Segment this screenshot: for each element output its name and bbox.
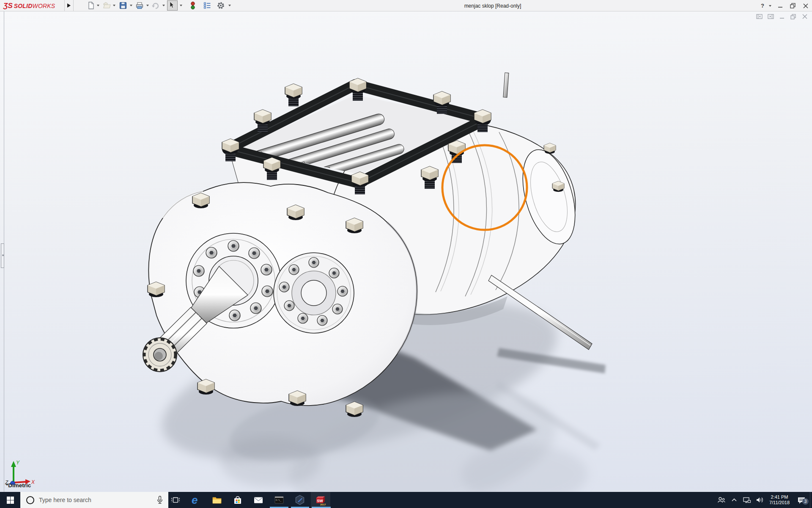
window-title: menjac sklop [Read-only] (431, 0, 554, 11)
running-indicator-hexagon (291, 507, 309, 508)
task-view-button[interactable] (166, 492, 185, 508)
volume-button[interactable] (753, 492, 766, 508)
running-indicator-solidworks (312, 507, 331, 508)
graphics-viewport[interactable]: Y X Z *Dimetric (0, 11, 812, 492)
taskbar-item-solidworks[interactable]: SW 2017 (311, 492, 330, 508)
taskbar-item-command-prompt[interactable]: C:\_ (269, 492, 289, 508)
print-dropdown-caret[interactable] (146, 5, 149, 6)
close-icon (803, 3, 808, 8)
brand-works: WORKS (33, 3, 55, 9)
people-icon (717, 495, 726, 505)
view-orientation-label: *Dimetric (6, 482, 31, 489)
undo-icon[interactable] (151, 1, 160, 10)
new-document-icon[interactable] (87, 1, 95, 10)
print-icon[interactable] (135, 1, 144, 10)
gearbox-3d-model[interactable] (0, 11, 812, 492)
dowel-pin (503, 73, 509, 97)
clock-date: 7/11/2018 (766, 500, 793, 505)
orientation-triad: Y X Z (3, 447, 45, 485)
store-icon (232, 494, 244, 506)
output-flange (274, 253, 354, 333)
chevron-up-icon (730, 496, 738, 504)
select-arrow-icon (167, 1, 176, 9)
ds-logo-icon: ƷS (3, 2, 13, 10)
taskbar: e C:\_ (0, 492, 812, 508)
taskbar-item-mail[interactable] (249, 492, 268, 508)
new-dropdown-caret[interactable] (97, 5, 99, 6)
mail-icon (252, 494, 264, 506)
start-button[interactable] (0, 492, 20, 508)
help-dropdown-caret[interactable] (769, 5, 771, 7)
select-tool-button[interactable] (167, 0, 178, 11)
hidden-icons-button[interactable] (728, 492, 741, 508)
edge-icon: e (192, 494, 198, 506)
sw-year: 2017 (320, 503, 326, 506)
speaker-icon (755, 495, 764, 505)
select-dropdown-caret[interactable] (180, 5, 182, 6)
taskbar-search[interactable] (20, 492, 168, 508)
clock-time: 2:41 PM (766, 494, 793, 500)
titlebar: ƷS SOLID WORKS (0, 0, 812, 11)
brand-solid: SOLID (14, 3, 33, 9)
minimize-icon (778, 3, 783, 8)
network-icon (742, 495, 752, 505)
microphone-icon[interactable] (156, 496, 163, 504)
people-button[interactable] (715, 492, 728, 508)
action-center-button[interactable]: 3 (793, 492, 810, 508)
windows-logo-icon (7, 497, 14, 504)
sw-letters: SW (317, 499, 323, 503)
undo-dropdown-caret[interactable] (162, 5, 165, 6)
taskbar-item-hexagon-app[interactable] (290, 492, 310, 508)
solidworks-logo: ƷS SOLID WORKS (3, 0, 55, 11)
options-gear-icon[interactable] (217, 1, 225, 10)
system-tray: 2:41 PM 7/11/2018 3 (715, 492, 812, 508)
restore-button[interactable] (787, 0, 799, 11)
hexagon-app-icon (294, 494, 306, 506)
file-properties-icon[interactable] (203, 1, 211, 10)
search-input[interactable] (39, 497, 151, 503)
triad-x-label: X (31, 479, 35, 485)
task-view-icon (170, 494, 181, 505)
options-dropdown-caret[interactable] (228, 5, 231, 6)
save-icon[interactable] (119, 1, 127, 10)
menu-flyout-button[interactable] (64, 0, 74, 11)
open-icon[interactable] (103, 1, 111, 10)
restore-icon (790, 3, 796, 8)
network-button[interactable] (741, 492, 753, 508)
show-desktop-button[interactable] (810, 492, 812, 508)
play-arrow-icon (67, 3, 71, 8)
taskbar-item-edge[interactable]: e (187, 492, 206, 508)
notification-badge: 3 (802, 498, 809, 505)
save-dropdown-caret[interactable] (130, 5, 132, 6)
triad-y-label: Y (16, 460, 20, 466)
rebuild-stoplight-icon[interactable] (189, 1, 197, 10)
taskbar-clock[interactable]: 2:41 PM 7/11/2018 (766, 494, 793, 505)
file-explorer-icon (211, 494, 223, 506)
open-dropdown-caret[interactable] (113, 5, 115, 6)
cortana-icon (26, 496, 34, 504)
taskbar-item-file-explorer[interactable] (207, 492, 227, 508)
cmd-prompt-text: C:\_ (276, 499, 282, 502)
help-button[interactable]: ? (756, 0, 769, 11)
taskbar-item-store[interactable] (228, 492, 247, 508)
close-button[interactable] (799, 0, 812, 11)
running-indicator-cmd (270, 507, 288, 508)
minimize-button[interactable] (774, 0, 787, 11)
